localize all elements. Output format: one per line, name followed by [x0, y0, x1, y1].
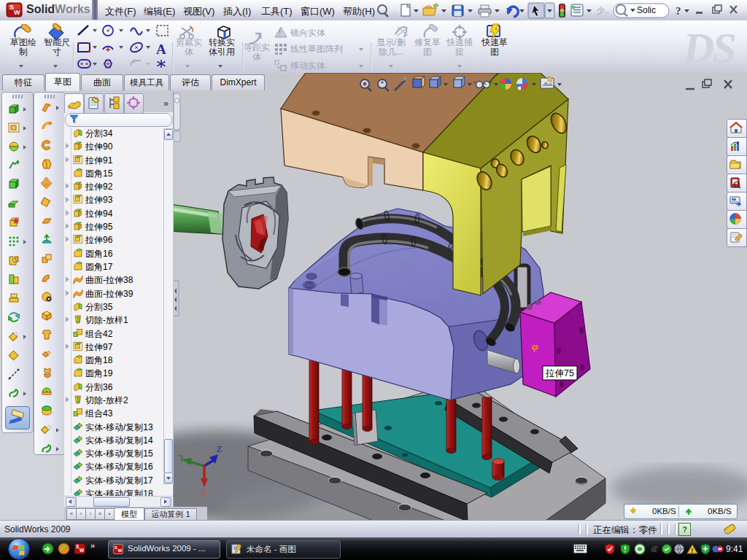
svg-text:A: A: [156, 42, 166, 57]
svg-text:?: ?: [676, 5, 681, 17]
svg-text:W: W: [80, 548, 85, 553]
svg-text:Z: Z: [217, 444, 222, 454]
svg-text:X: X: [201, 489, 207, 499]
svg-text:少..: 少..: [597, 6, 609, 15]
svg-text:S: S: [115, 545, 117, 550]
svg-text:W: W: [14, 9, 20, 16]
svg-text:W: W: [118, 548, 123, 553]
svg-text:!: !: [691, 547, 693, 554]
svg-text:拉伸75: 拉伸75: [545, 368, 574, 378]
svg-text:φ: φ: [532, 341, 538, 352]
svg-text:Solic: Solic: [637, 5, 656, 15]
svg-text:Y: Y: [179, 453, 185, 463]
svg-text:!: !: [279, 28, 281, 37]
